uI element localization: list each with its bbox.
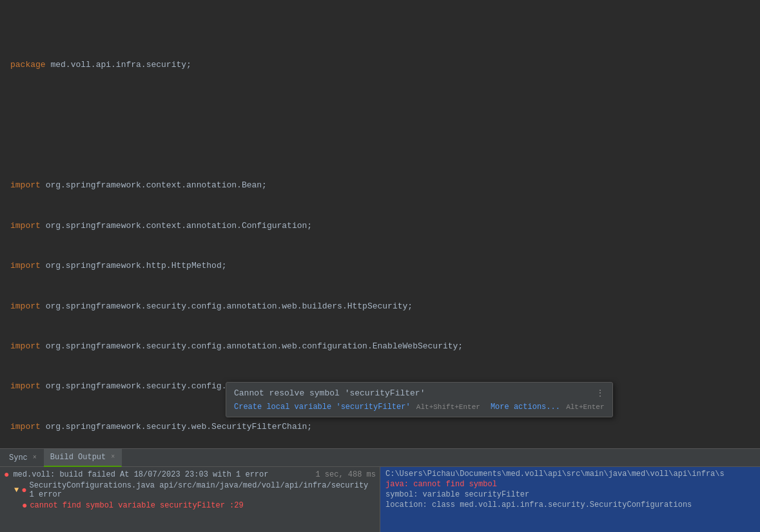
- bottom-panel: Sync × Build Output × ● med.voll: build …: [0, 448, 760, 532]
- timing-text: 1 sec, 488 ms: [315, 470, 376, 479]
- right-error1: java: cannot find symbol: [385, 480, 755, 489]
- tab-build-output-close[interactable]: ×: [111, 453, 115, 461]
- tab-build-output-label: Build Output: [50, 453, 106, 462]
- code-line-blank1: [0, 112, 760, 126]
- tooltip-menu-icon[interactable]: ⋮: [596, 388, 605, 399]
- error-detail-row: ● cannot find symbol variable securityFi…: [4, 500, 376, 511]
- bottom-content: ● med.voll: build failed At 18/07/2023 2…: [0, 467, 760, 532]
- tab-sync-close[interactable]: ×: [33, 454, 37, 461]
- file-error-icon: ●: [21, 485, 26, 495]
- tab-build-output[interactable]: Build Output ×: [44, 449, 122, 467]
- code-line-import7: import org.springframework.security.web.…: [0, 421, 760, 434]
- file-line-text: SecurityConfigurations.java api/src/main…: [30, 481, 376, 499]
- build-output-left: ● med.voll: build failed At 18/07/2023 2…: [0, 467, 380, 532]
- right-error3: location: class med.voll.api.infra.secur…: [385, 500, 755, 509]
- build-status-row: ● med.voll: build failed At 18/07/2023 2…: [4, 470, 376, 480]
- build-output-right: C:\Users\Pichau\Documents\med.voll\api\s…: [380, 467, 760, 532]
- code-line-import1: import org.springframework.context.annot…: [0, 179, 760, 193]
- build-error-icon: ●: [4, 470, 9, 480]
- error-tooltip: Cannot resolve symbol 'securityFilter' ⋮…: [226, 382, 613, 417]
- code-line-import5: import org.springframework.security.conf…: [0, 340, 760, 354]
- tabs-bar: Sync × Build Output ×: [0, 449, 760, 467]
- file-row[interactable]: ▼ ● SecurityConfigurations.java api/src/…: [4, 481, 376, 499]
- code-editor: package med.voll.api.infra.security; imp…: [0, 0, 760, 448]
- right-error2: symbol: variable securityFilter: [385, 490, 755, 499]
- code-line-package: package med.voll.api.infra.security;: [0, 59, 760, 72]
- tooltip-title: Cannot resolve symbol 'securityFilter': [234, 388, 425, 398]
- tooltip-action-2[interactable]: More actions... Alt+Enter: [491, 403, 605, 412]
- build-status-text: med.voll: build failed At 18/07/2023 23:…: [13, 470, 268, 479]
- code-line-import3: import org.springframework.http.HttpMeth…: [0, 260, 760, 273]
- tooltip-action-1[interactable]: Create local variable 'securityFilter' A…: [234, 403, 480, 412]
- right-path: C:\Users\Pichau\Documents\med.voll\api\s…: [385, 470, 755, 479]
- error-detail-text: cannot find symbol variable securityFilt…: [30, 501, 243, 510]
- file-folder-icon: ▼: [14, 486, 19, 495]
- code-line-import4: import org.springframework.security.conf…: [0, 300, 760, 314]
- tab-sync[interactable]: Sync ×: [3, 449, 44, 467]
- tab-sync-label: Sync: [9, 453, 28, 462]
- error-detail-icon: ●: [22, 500, 27, 511]
- code-line-import2: import org.springframework.context.annot…: [0, 220, 760, 233]
